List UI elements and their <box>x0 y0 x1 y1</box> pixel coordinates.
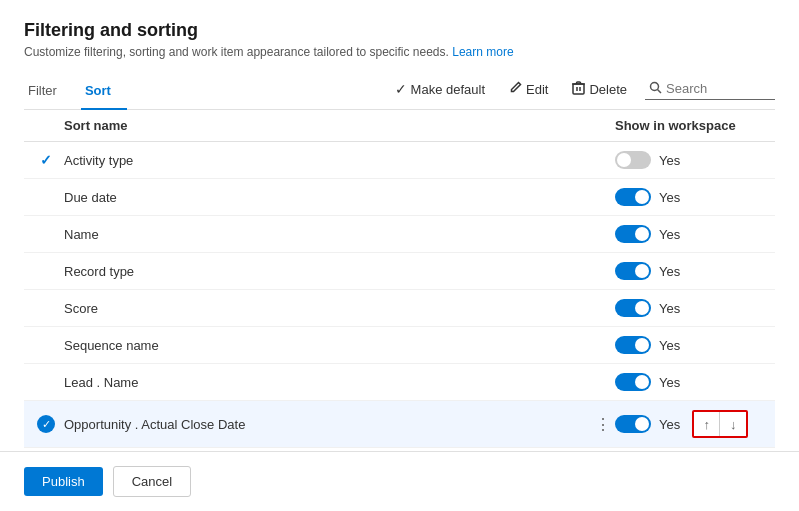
make-default-button[interactable]: ✓ Make default <box>389 77 491 101</box>
col-name-header: Sort name <box>64 118 615 133</box>
workspace-toggle[interactable] <box>615 299 651 317</box>
workspace-toggle[interactable] <box>615 262 651 280</box>
row-name: Due date <box>64 190 615 205</box>
check-icon: ✓ <box>40 152 52 168</box>
table-row[interactable]: Lead . NameYes <box>24 364 775 401</box>
page-title: Filtering and sorting <box>24 20 775 41</box>
page-subtitle: Customize filtering, sorting and work it… <box>24 45 775 59</box>
row-name: Opportunity . Actual Close Date <box>64 417 591 432</box>
workspace-label: Yes <box>659 264 680 279</box>
learn-more-link[interactable]: Learn more <box>452 45 513 59</box>
table-row[interactable]: Opportunity . Actual Close Date⋮Yes↑↓ <box>24 401 775 448</box>
svg-rect-0 <box>573 84 584 94</box>
workspace-label: Yes <box>659 227 680 242</box>
row-workspace: Yes↑↓ <box>615 410 775 438</box>
workspace-toggle[interactable] <box>615 373 651 391</box>
toolbar: ✓ Make default Edit <box>389 77 775 108</box>
row-workspace: Yes <box>615 188 775 206</box>
table-row[interactable]: Sequence nameYes <box>24 327 775 364</box>
row-workspace: Yes <box>615 225 775 243</box>
workspace-label: Yes <box>659 153 680 168</box>
row-workspace: Yes <box>615 336 775 354</box>
workspace-toggle[interactable] <box>615 415 651 433</box>
edit-icon <box>509 81 522 97</box>
delete-icon <box>572 81 585 98</box>
workspace-label: Yes <box>659 301 680 316</box>
svg-point-3 <box>651 82 659 90</box>
selected-circle <box>37 415 55 433</box>
workspace-toggle[interactable] <box>615 336 651 354</box>
row-workspace: Yes <box>615 262 775 280</box>
row-workspace: Yes <box>615 299 775 317</box>
edit-button[interactable]: Edit <box>503 77 554 101</box>
table-header: Sort name Show in workspace <box>24 110 775 142</box>
search-box[interactable] <box>645 79 775 100</box>
workspace-label: Yes <box>659 375 680 390</box>
table-row[interactable]: NameYes <box>24 216 775 253</box>
workspace-toggle[interactable] <box>615 188 651 206</box>
tab-filter[interactable]: Filter <box>24 75 73 110</box>
row-name: Record type <box>64 264 615 279</box>
workspace-toggle[interactable] <box>615 151 651 169</box>
table-row[interactable]: Due dateYes <box>24 179 775 216</box>
svg-line-4 <box>658 89 662 93</box>
cancel-button[interactable]: Cancel <box>113 466 191 497</box>
row-check: ✓ <box>36 152 56 168</box>
checkmark-icon: ✓ <box>395 81 407 97</box>
search-input[interactable] <box>666 81 771 96</box>
row-more-actions[interactable]: ⋮ <box>591 415 615 434</box>
row-check <box>36 415 56 433</box>
table-body: ✓Activity typeYesDue dateYesNameYesRecor… <box>24 142 775 448</box>
move-up-button[interactable]: ↑ <box>694 412 720 436</box>
workspace-label: Yes <box>659 190 680 205</box>
col-workspace-header: Show in workspace <box>615 118 775 133</box>
row-name: Sequence name <box>64 338 615 353</box>
search-icon <box>649 81 662 97</box>
row-name: Lead . Name <box>64 375 615 390</box>
row-workspace: Yes <box>615 373 775 391</box>
table-row[interactable]: Record typeYes <box>24 253 775 290</box>
row-name: Name <box>64 227 615 242</box>
footer: Publish Cancel <box>0 451 799 511</box>
reorder-arrows: ↑↓ <box>692 410 748 438</box>
row-workspace: Yes <box>615 151 775 169</box>
table-row[interactable]: ScoreYes <box>24 290 775 327</box>
row-name: Score <box>64 301 615 316</box>
publish-button[interactable]: Publish <box>24 467 103 496</box>
delete-button[interactable]: Delete <box>566 77 633 102</box>
tabs-bar: Filter Sort ✓ Make default Edit <box>24 75 775 110</box>
tabs-left: Filter Sort <box>24 75 135 109</box>
row-name: Activity type <box>64 153 615 168</box>
table-row[interactable]: ✓Activity typeYes <box>24 142 775 179</box>
workspace-label: Yes <box>659 338 680 353</box>
move-down-button[interactable]: ↓ <box>720 412 746 436</box>
workspace-toggle[interactable] <box>615 225 651 243</box>
tab-sort[interactable]: Sort <box>81 75 127 110</box>
workspace-label: Yes <box>659 417 680 432</box>
